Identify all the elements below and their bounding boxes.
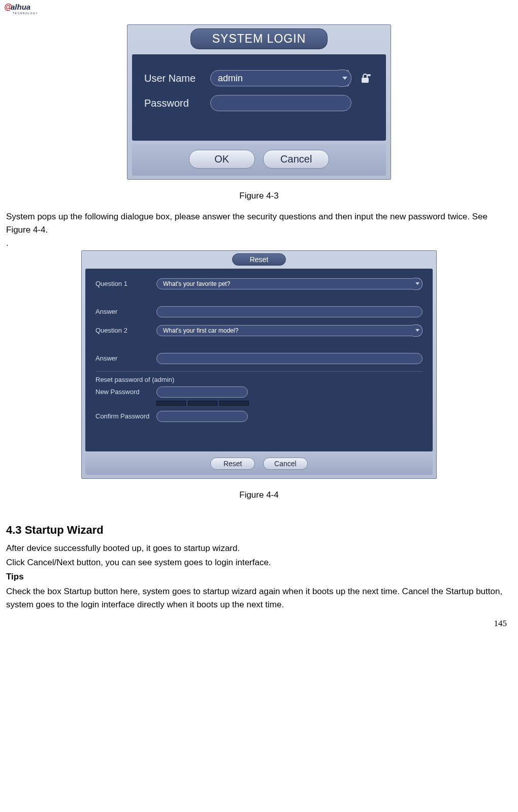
- figure-caption-4-3: Figure 4-3: [6, 191, 512, 201]
- strength-segment: [219, 401, 249, 406]
- password-strength-meter: [156, 401, 423, 406]
- confirm-password-label: Confirm Password: [95, 412, 156, 420]
- password-label: Password: [144, 98, 210, 109]
- figure-caption-4-4: Figure 4-4: [6, 490, 512, 500]
- confirm-password-field[interactable]: [156, 411, 248, 422]
- new-password-label: New Password: [95, 388, 156, 396]
- system-login-dialog: SYSTEM LOGIN User Name admin: [127, 24, 391, 180]
- page-number: 145: [494, 619, 507, 629]
- paragraph-dot: .: [6, 238, 512, 248]
- username-dropdown-button[interactable]: [339, 70, 351, 87]
- login-dialog-title: SYSTEM LOGIN: [190, 28, 328, 49]
- brand-logo: @ alhua TECHNOLOGY: [4, 2, 60, 16]
- question1-dropdown-button[interactable]: [413, 278, 423, 290]
- question2-select[interactable]: What's your first car model?: [156, 325, 420, 336]
- ok-button[interactable]: OK: [189, 150, 255, 169]
- paragraph: After device successfully booted up, it …: [6, 542, 512, 555]
- svg-text:TECHNOLOGY: TECHNOLOGY: [13, 12, 38, 15]
- username-field[interactable]: admin: [210, 70, 349, 86]
- question1-select[interactable]: What's your favorite pet?: [156, 278, 420, 289]
- password-field[interactable]: [210, 95, 351, 111]
- chevron-down-icon: [415, 282, 419, 285]
- answer1-field[interactable]: [156, 306, 423, 317]
- question2-dropdown-button[interactable]: [413, 324, 423, 337]
- new-password-field[interactable]: [156, 386, 248, 398]
- paragraph: System pops up the following dialogue bo…: [6, 210, 512, 237]
- reset-section-label: Reset password of (admin): [95, 371, 423, 383]
- chevron-down-icon: [415, 329, 419, 332]
- chevron-down-icon: [342, 77, 347, 80]
- strength-segment: [188, 401, 217, 406]
- reset-dialog-title: Reset: [232, 253, 286, 266]
- lock-icon: [359, 72, 371, 84]
- question1-label: Question 1: [95, 280, 156, 287]
- username-label: User Name: [144, 73, 210, 84]
- tips-heading: Tips: [6, 570, 512, 583]
- answer1-label: Answer: [95, 308, 156, 315]
- svg-text:alhua: alhua: [11, 3, 30, 11]
- svg-rect-3: [362, 78, 369, 83]
- reset-dialog: Reset Question 1 What's your favorite pe…: [81, 250, 437, 479]
- svg-point-5: [369, 74, 371, 76]
- reset-cancel-button[interactable]: Cancel: [263, 458, 308, 470]
- question2-label: Question 2: [95, 327, 156, 334]
- lock-button[interactable]: [357, 70, 374, 86]
- reset-button[interactable]: Reset: [210, 458, 255, 470]
- answer2-field[interactable]: [156, 353, 423, 364]
- answer2-label: Answer: [95, 354, 156, 362]
- paragraph: Click Cancel/Next button, you can see sy…: [6, 556, 512, 569]
- cancel-button[interactable]: Cancel: [263, 150, 329, 169]
- paragraph: Check the box Startup button here, syste…: [6, 585, 512, 612]
- strength-segment: [156, 401, 186, 406]
- section-heading-4-3: 4.3 Startup Wizard: [6, 524, 512, 537]
